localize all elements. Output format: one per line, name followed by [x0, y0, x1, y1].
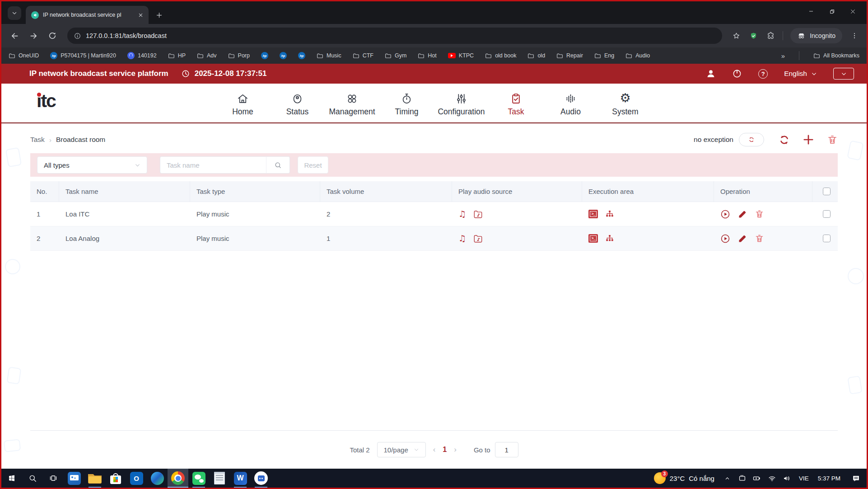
reset-button[interactable]: Reset	[298, 156, 328, 174]
all-bookmarks[interactable]: All Bookmarks	[813, 52, 859, 59]
music-folder-icon[interactable]	[473, 210, 483, 218]
play-task-button[interactable]	[720, 234, 730, 244]
wifi-icon[interactable]	[765, 469, 779, 488]
delete-task-button[interactable]	[755, 209, 764, 219]
edge-button[interactable]	[147, 469, 168, 488]
tab-close-icon[interactable]	[137, 12, 144, 19]
back-button[interactable]	[6, 27, 23, 44]
bookmarks-overflow-chevron[interactable]: »	[781, 52, 785, 60]
bookmark-item[interactable]: hp	[280, 52, 287, 59]
per-page-select[interactable]: 10/page	[377, 442, 426, 457]
adblock-shield-icon[interactable]	[746, 28, 761, 43]
bookmark-item[interactable]: Gym	[385, 52, 406, 59]
battery-icon[interactable]	[750, 469, 765, 488]
wechat-button[interactable]	[188, 469, 209, 488]
user-icon[interactable]	[706, 69, 716, 79]
music-note-icon[interactable]: ♫	[458, 210, 466, 218]
task-view-button[interactable]	[43, 469, 64, 488]
logout-power-icon[interactable]	[732, 69, 742, 79]
nav-item-task[interactable]: Task	[489, 89, 543, 117]
extensions-puzzle-icon[interactable]	[763, 28, 778, 43]
nav-item-configuration[interactable]: Configuration	[434, 89, 489, 117]
edit-task-button[interactable]	[738, 234, 747, 243]
action-center-button[interactable]	[845, 469, 867, 488]
bookmark-item[interactable]: Eng	[594, 52, 614, 59]
bookmark-star-icon[interactable]	[728, 28, 744, 43]
app-icon-blue[interactable]	[64, 469, 84, 488]
bookmark-item[interactable]: Repair	[556, 52, 583, 59]
bookmark-item[interactable]: HP	[168, 52, 186, 59]
restore-button[interactable]	[821, 3, 842, 19]
outlook-button[interactable]: O	[126, 469, 147, 488]
language-selector[interactable]: English	[784, 70, 817, 78]
browser-tab[interactable]: IP network broadcast service pl	[26, 6, 149, 24]
browser-menu-kebab-icon[interactable]	[847, 28, 862, 43]
goto-page-input[interactable]	[495, 442, 518, 457]
site-info-icon[interactable]	[74, 32, 81, 40]
breadcrumb-task[interactable]: Task	[30, 136, 45, 144]
new-tab-button[interactable]	[156, 12, 163, 19]
bookmark-item[interactable]: 140192	[127, 52, 157, 59]
task-type-select[interactable]: All types	[37, 156, 147, 174]
weather-widget[interactable]: 3 23°C Có nắng	[649, 469, 720, 488]
utility-app-button[interactable]	[251, 469, 271, 488]
help-icon[interactable]: ?	[758, 69, 768, 79]
header-collapse-button[interactable]	[833, 68, 854, 80]
notepad-button[interactable]	[209, 469, 230, 488]
current-page[interactable]: 1	[443, 446, 447, 454]
nav-item-timing[interactable]: Timing	[379, 89, 434, 117]
language-indicator[interactable]: VIE	[794, 475, 813, 482]
bookmark-item[interactable]: Adv	[197, 52, 217, 59]
task-name-input[interactable]	[160, 156, 266, 174]
tab-search-button[interactable]	[8, 6, 21, 20]
bookmark-item[interactable]: OneUID	[9, 52, 39, 59]
nav-item-system[interactable]: ⚙ System	[598, 89, 653, 117]
prev-page-button[interactable]: ‹	[433, 445, 436, 454]
volume-icon[interactable]	[779, 469, 794, 488]
microsoft-store-button[interactable]	[105, 469, 126, 488]
bookmark-item[interactable]: Audio	[625, 52, 650, 59]
bookmark-item[interactable]: hpP5704175 | Martin920	[50, 52, 116, 59]
next-page-button[interactable]: ›	[454, 445, 457, 454]
bookmark-item[interactable]: Hot	[418, 52, 436, 59]
taskbar-search-button[interactable]	[22, 469, 43, 488]
search-button[interactable]	[266, 156, 290, 174]
music-note-icon[interactable]: ♫	[458, 234, 466, 243]
select-all-checkbox[interactable]	[823, 188, 831, 195]
bookmark-item[interactable]: hp	[261, 52, 268, 59]
url-text[interactable]: 127.0.0.1:81/task/broadcast	[86, 32, 167, 39]
file-explorer-button[interactable]	[84, 469, 105, 488]
delete-task-button[interactable]	[755, 234, 764, 243]
minimize-button[interactable]	[801, 3, 821, 19]
terminal-icon[interactable]: >_	[588, 210, 598, 218]
tablet-mode-icon[interactable]	[735, 469, 750, 488]
bookmark-item[interactable]: old	[527, 52, 545, 59]
nav-item-status[interactable]: Status	[270, 89, 325, 117]
row-checkbox[interactable]	[823, 235, 831, 242]
nav-item-management[interactable]: Management	[325, 89, 379, 117]
refresh-button[interactable]	[779, 134, 790, 146]
nav-item-home[interactable]: Home	[215, 89, 270, 117]
bookmark-item[interactable]: old book	[485, 52, 516, 59]
delete-tasks-button[interactable]	[827, 134, 838, 145]
sitemap-icon[interactable]	[605, 210, 614, 218]
exception-refresh-pill[interactable]	[739, 133, 764, 146]
reload-button[interactable]	[44, 27, 61, 44]
nav-item-audio[interactable]: Audio	[543, 89, 598, 117]
url-bar[interactable]: 127.0.0.1:81/task/broadcast	[67, 28, 722, 44]
add-task-button[interactable]	[803, 134, 814, 146]
close-window-button[interactable]	[842, 3, 863, 19]
row-checkbox[interactable]	[823, 210, 831, 218]
bookmark-item[interactable]: Porp	[228, 52, 250, 59]
bookmark-item[interactable]: CTF	[353, 52, 373, 59]
sitemap-icon[interactable]	[605, 234, 614, 243]
play-task-button[interactable]	[720, 209, 730, 219]
bookmark-item[interactable]: KTPC	[448, 52, 474, 59]
bookmark-item[interactable]: hp	[298, 52, 305, 59]
start-button[interactable]	[1, 469, 22, 488]
music-folder-icon[interactable]	[473, 234, 483, 243]
tray-chevron-up-icon[interactable]	[720, 469, 735, 488]
chrome-button[interactable]	[168, 469, 188, 488]
edit-task-button[interactable]	[738, 210, 747, 219]
taskbar-clock[interactable]: 5:37 PM	[813, 475, 845, 482]
